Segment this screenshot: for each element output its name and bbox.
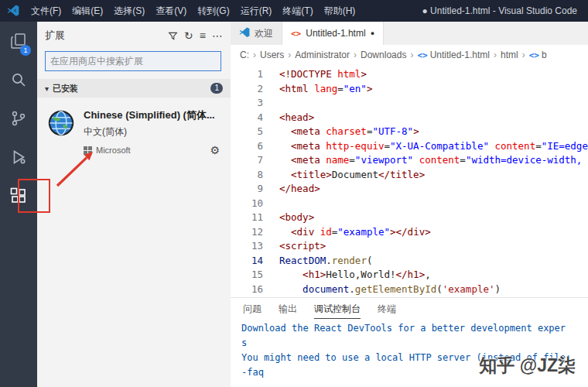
tab-untitled-1-html[interactable]: <> Untitled-1.html ● [282,22,384,45]
extensions-sidebar: 扩展 ↻ ≡ ⋯ ▾ 已安装 1 [37,22,231,387]
breadcrumb-separator: › [410,50,413,60]
code-token: "viewport" [355,154,413,166]
breadcrumb-label: b [542,50,547,60]
vscode-logo-icon [7,5,19,17]
code-line: 10 [231,197,588,211]
code-token: <script> [279,240,326,252]
code-file-icon: <> [529,50,539,60]
code-token: <div [291,226,320,238]
code-token: lang [314,83,337,94]
code-token: > [361,68,367,80]
refresh-icon[interactable]: ↻ [184,29,193,42]
code-line: 9</head> [231,182,588,197]
code-line: 4<head> [231,111,588,125]
code-token: Document [332,169,378,180]
menu-item-6[interactable]: 终端(T) [277,5,318,16]
sidebar-header: 扩展 ↻ ≡ ⋯ [37,22,231,50]
clear-icon[interactable]: ≡ [200,29,206,42]
breadcrumb-item[interactable]: C: [240,50,249,60]
extension-search-input[interactable] [45,51,221,71]
menu-item-3[interactable]: 查看(V) [150,5,192,16]
code-token: </title> [378,169,425,180]
code-token: content [419,154,460,166]
microsoft-logo-icon [84,146,92,155]
code-text: <html lang="en"> [263,82,372,97]
panel-tab-1[interactable]: 输出 [279,300,297,318]
search-icon[interactable] [0,60,37,99]
code-token: content [494,140,535,152]
more-actions-icon[interactable]: ⋯ [212,29,223,42]
code-token: = [535,140,542,152]
panel-tab-0[interactable]: 问题 [243,300,262,318]
code-token: "width=device-width, initial-scale=1.0" [466,154,588,166]
explorer-badge: 1 [20,45,31,56]
code-editor[interactable]: 1<!DOCTYPE html>2<html lang="en">34<head… [231,65,588,296]
code-token: <h1> [303,269,326,280]
breadcrumb-separator: › [522,50,525,60]
line-number: 15 [231,268,263,283]
code-text: <h1>Hello,World!</h1>, [263,268,431,283]
extension-publisher-row: Microsoft ⚙ [84,144,223,156]
line-number: 10 [231,197,263,211]
line-number: 16 [231,283,263,297]
code-line: 8 <title>Document</title> [231,168,588,183]
breadcrumb-label: Administrator [295,50,350,60]
breadcrumb-label: html [501,50,518,60]
tab-welcome[interactable]: 欢迎 [231,22,282,45]
code-token [279,226,291,238]
panel-tab-3[interactable]: 终端 [378,300,396,318]
menu-item-5[interactable]: 运行(R) [235,5,278,16]
chevron-down-icon: ▾ [45,84,49,93]
breadcrumb-item[interactable]: html [501,50,518,60]
explorer-icon[interactable]: 1 [0,22,37,60]
code-token: "X-UA-Compatible" [390,140,489,152]
console-line: s [241,336,588,351]
filter-icon[interactable] [168,31,178,41]
breadcrumb-item[interactable]: Downloads [361,50,406,60]
code-token: </head> [279,183,320,194]
menu-item-7[interactable]: 帮助(H) [319,5,361,16]
editor-area: 欢迎 <> Untitled-1.html ● C:›Users›Adminis… [231,22,588,297]
extension-name: Chinese (Simplified) (简体... [84,108,223,122]
code-token: name [326,154,349,166]
line-number: 12 [231,225,263,240]
code-line: 7 <meta name="viewport" content="width=d… [231,153,588,168]
breadcrumb-label: Untitled-1.html [430,50,490,60]
code-token: > [413,125,419,137]
breadcrumb-item[interactable]: Users [260,50,284,60]
breadcrumb-item[interactable]: Administrator [295,50,350,60]
code-token: <head> [279,111,314,123]
code-token [279,169,291,180]
menu-item-1[interactable]: 编辑(E) [67,5,108,16]
code-token: http-equiv [326,140,384,152]
line-number: 4 [231,111,263,125]
line-number: 14 [231,254,263,269]
line-number: 5 [231,125,263,139]
extension-list-item[interactable]: Chinese (Simplified) (简体... 中文(简体) Micro… [37,98,231,164]
menu-item-0[interactable]: 文件(F) [26,5,67,16]
code-token: ) [494,283,501,295]
installed-section-header[interactable]: ▾ 已安装 1 [37,79,231,98]
code-token: . [349,283,355,295]
menu-item-2[interactable]: 选择(S) [108,5,150,16]
menu-item-4[interactable]: 转到(G) [192,5,234,16]
breadcrumb-item[interactable]: <>Untitled-1.html [417,50,490,60]
breadcrumb-item[interactable]: <>b [529,50,547,60]
line-number: 9 [231,182,263,197]
extension-gear-icon[interactable]: ⚙ [210,144,220,156]
title-bar: 文件(F)编辑(E)选择(S)查看(V)转到(G)运行(R)终端(T)帮助(H)… [0,0,588,22]
unsaved-dot-icon[interactable]: ● [371,29,374,37]
breadcrumb-separator: › [354,50,357,60]
code-token [279,283,303,295]
run-debug-icon[interactable] [0,138,37,176]
panel-tab-2[interactable]: 调试控制台 [314,300,361,319]
code-token: . [326,255,332,266]
code-token: = [337,83,344,94]
vscode-logo-icon [239,27,250,40]
code-text: <head> [263,111,314,125]
code-token: = [460,154,466,166]
extension-search-box [45,51,221,71]
code-token [279,154,291,166]
code-token: charset [326,125,367,137]
source-control-icon[interactable] [0,99,37,138]
